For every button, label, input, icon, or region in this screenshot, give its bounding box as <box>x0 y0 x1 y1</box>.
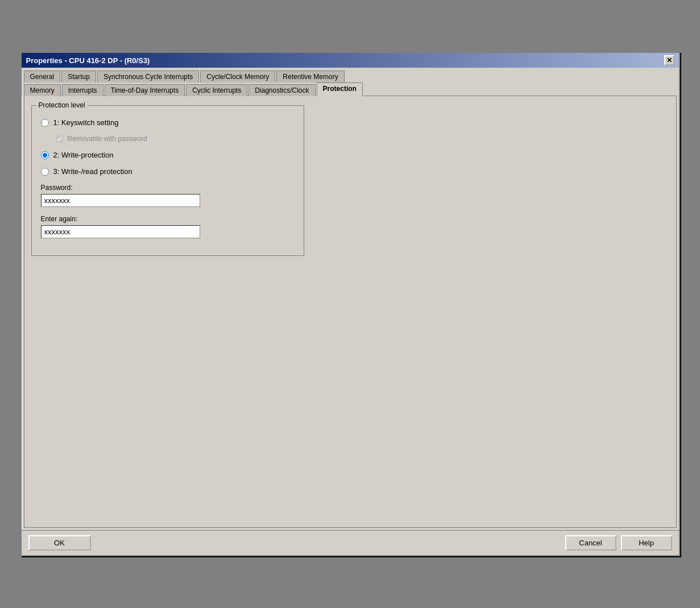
option1-label: 1: Keyswitch setting <box>53 118 119 127</box>
tab-startup[interactable]: Startup <box>61 71 96 82</box>
tab-general[interactable]: General <box>24 71 61 82</box>
tabs-container: General Startup Synchronous Cycle Interr… <box>22 68 679 96</box>
option3-radio[interactable] <box>41 168 49 176</box>
window-title: Properties - CPU 416-2 DP - (R0/S3) <box>26 56 150 65</box>
help-button[interactable]: Help <box>621 535 672 551</box>
option1-row: 1: Keyswitch setting <box>41 118 295 127</box>
option1-radio[interactable] <box>41 119 49 127</box>
main-window: Properties - CPU 416-2 DP - (R0/S3) ✕ Ge… <box>20 52 680 556</box>
tab-sync-cycle[interactable]: Synchronous Cycle Interrupts <box>97 71 199 82</box>
protection-group: Protection level 1: Keyswitch setting Re… <box>31 105 304 256</box>
tab-retentive[interactable]: Retentive Memory <box>276 71 344 82</box>
enter-again-label: Enter again: <box>41 215 295 223</box>
option2-row: 2: Write-protection <box>41 151 295 159</box>
right-buttons: Cancel Help <box>565 535 672 551</box>
option2-radio[interactable] <box>41 151 49 159</box>
removable-row: Removable with password <box>56 135 295 143</box>
password-section: Password: Enter again: <box>41 184 295 238</box>
ok-button[interactable]: OK <box>28 535 91 551</box>
tab-interrupts[interactable]: Interrupts <box>62 84 103 96</box>
tab-diag-clock[interactable]: Diagnostics/Clock <box>248 84 315 96</box>
tabs-row-2: Memory Interrupts Time-of-Day Interrupts… <box>24 82 677 96</box>
cancel-button[interactable]: Cancel <box>565 535 616 551</box>
option3-label: 3: Write-/read protection <box>53 167 132 176</box>
tab-memory[interactable]: Memory <box>24 84 61 96</box>
tab-time-of-day[interactable]: Time-of-Day Interrupts <box>105 84 185 96</box>
close-button[interactable]: ✕ <box>664 55 674 65</box>
enter-again-input[interactable] <box>41 225 200 238</box>
password-label: Password: <box>41 184 295 192</box>
password-input[interactable] <box>41 194 200 207</box>
option2-label: 2: Write-protection <box>53 151 114 159</box>
removable-checkbox[interactable] <box>56 135 63 143</box>
content-area: Protection level 1: Keyswitch setting Re… <box>24 96 677 528</box>
tab-cyclic[interactable]: Cyclic Interrupts <box>186 84 247 96</box>
removable-label: Removable with password <box>68 135 147 143</box>
tab-protection[interactable]: Protection <box>317 82 363 96</box>
option3-row: 3: Write-/read protection <box>41 167 295 176</box>
group-legend: Protection level <box>36 101 88 109</box>
bottom-bar: OK Cancel Help <box>22 530 679 555</box>
tabs-row-1: General Startup Synchronous Cycle Interr… <box>24 70 677 82</box>
tab-cycle-clock[interactable]: Cycle/Clock Memory <box>200 71 275 82</box>
title-bar: Properties - CPU 416-2 DP - (R0/S3) ✕ <box>22 53 679 68</box>
